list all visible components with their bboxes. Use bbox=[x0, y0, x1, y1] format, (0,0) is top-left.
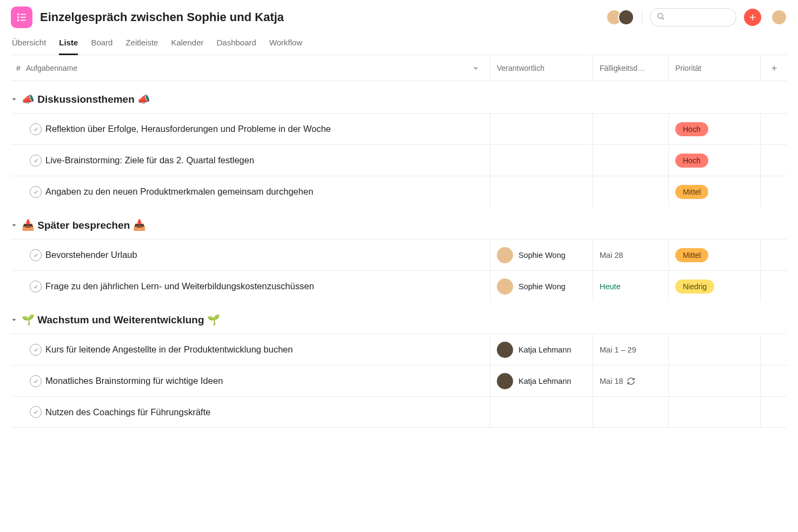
cell-extra bbox=[760, 365, 787, 396]
caret-down-icon[interactable] bbox=[11, 222, 17, 229]
task-name[interactable]: Angaben zu den neuen Produktmerkmalen ge… bbox=[45, 187, 490, 197]
cell-due-date[interactable]: Mai 28 bbox=[593, 240, 668, 270]
svg-rect-9 bbox=[750, 17, 756, 17]
task-name[interactable]: Kurs für leitende Angestellte in der Pro… bbox=[45, 344, 490, 355]
complete-checkbox[interactable] bbox=[30, 186, 42, 198]
task-row[interactable]: Reflektion über Erfolge, Herausforderung… bbox=[11, 113, 787, 144]
complete-checkbox[interactable] bbox=[30, 155, 42, 167]
cell-due-date[interactable] bbox=[593, 145, 668, 176]
caret-down-icon[interactable] bbox=[11, 96, 17, 103]
svg-point-0 bbox=[17, 14, 19, 16]
divider bbox=[642, 11, 642, 24]
complete-checkbox[interactable] bbox=[30, 375, 42, 387]
task-row[interactable]: Angaben zu den neuen Produktmerkmalen ge… bbox=[11, 176, 787, 207]
user-avatar[interactable] bbox=[771, 9, 787, 25]
caret-down-icon[interactable] bbox=[11, 317, 17, 323]
tab-liste[interactable]: Liste bbox=[59, 38, 78, 55]
complete-checkbox[interactable] bbox=[30, 406, 42, 418]
cell-priority[interactable]: Mittel bbox=[668, 176, 760, 207]
assignee-name: Katja Lehmann bbox=[518, 345, 571, 354]
section-title: 📥 Später besprechen 📥 bbox=[22, 219, 146, 231]
avatar bbox=[497, 278, 513, 295]
cell-assignee[interactable]: Katja Lehmann bbox=[490, 334, 593, 365]
tab-workflow[interactable]: Workflow bbox=[269, 38, 302, 55]
task-name[interactable]: Nutzen des Coachings für Führungskräfte bbox=[45, 407, 490, 417]
cell-assignee[interactable] bbox=[490, 114, 593, 144]
task-name[interactable]: Live-Brainstorming: Ziele für das 2. Qua… bbox=[45, 155, 490, 165]
cell-due-date[interactable] bbox=[593, 114, 668, 144]
column-task-name[interactable]: Aufgabenname bbox=[26, 64, 490, 72]
priority-pill[interactable]: Mittel bbox=[675, 248, 708, 262]
column-priority[interactable]: Priorität bbox=[668, 55, 760, 81]
cell-assignee[interactable] bbox=[490, 397, 593, 427]
task-row[interactable]: Nutzen des Coachings für Führungskräfte bbox=[11, 396, 787, 428]
cell-extra bbox=[760, 271, 787, 302]
cell-due-date[interactable]: Mai 18 bbox=[593, 365, 668, 396]
cell-extra bbox=[760, 240, 787, 270]
cell-priority[interactable]: Hoch bbox=[668, 145, 760, 176]
svg-rect-11 bbox=[772, 68, 776, 68]
svg-point-2 bbox=[17, 16, 19, 18]
column-assignee[interactable]: Verantwortlich bbox=[490, 55, 593, 81]
task-row[interactable]: Monatliches Brainstorming für wichtige I… bbox=[11, 365, 787, 396]
cell-assignee[interactable]: Sophie Wong bbox=[490, 271, 593, 302]
complete-checkbox[interactable] bbox=[30, 344, 42, 356]
priority-pill[interactable]: Niedrig bbox=[675, 280, 714, 294]
avatar bbox=[497, 373, 513, 389]
chevron-down-icon[interactable] bbox=[473, 65, 479, 71]
cell-priority[interactable] bbox=[668, 397, 760, 427]
complete-checkbox[interactable] bbox=[30, 123, 42, 135]
tab-dashboard[interactable]: Dashboard bbox=[216, 38, 256, 55]
due-date: Mai 28 bbox=[600, 251, 623, 260]
task-name[interactable]: Monatliches Brainstorming für wichtige I… bbox=[45, 376, 490, 386]
due-date: Heute bbox=[600, 282, 621, 291]
task-row[interactable]: Bevorstehender Urlaub Sophie Wong Mai 28… bbox=[11, 239, 787, 270]
svg-rect-5 bbox=[21, 20, 25, 21]
tab-übersicht[interactable]: Übersicht bbox=[12, 38, 46, 55]
add-button[interactable] bbox=[744, 9, 761, 26]
cell-assignee[interactable] bbox=[490, 145, 593, 176]
cell-priority[interactable]: Niedrig bbox=[668, 271, 760, 302]
svg-marker-13 bbox=[12, 224, 16, 227]
task-name[interactable]: Frage zu den jährlichen Lern- und Weiter… bbox=[45, 281, 490, 291]
cell-due-date[interactable]: Mai 1 – 29 bbox=[593, 334, 668, 365]
assignee-name: Katja Lehmann bbox=[518, 377, 571, 385]
avatar[interactable] bbox=[618, 9, 634, 25]
cell-due-date[interactable]: Heute bbox=[593, 271, 668, 302]
svg-rect-3 bbox=[21, 17, 25, 18]
svg-marker-14 bbox=[12, 319, 16, 321]
priority-pill[interactable]: Mittel bbox=[675, 185, 708, 199]
complete-checkbox[interactable] bbox=[30, 249, 42, 261]
tab-kalender[interactable]: Kalender bbox=[171, 38, 203, 55]
tab-board[interactable]: Board bbox=[91, 38, 112, 55]
svg-marker-12 bbox=[12, 98, 16, 101]
complete-checkbox[interactable] bbox=[30, 281, 42, 292]
cell-assignee[interactable] bbox=[490, 176, 593, 207]
svg-point-4 bbox=[17, 19, 19, 22]
task-row[interactable]: Frage zu den jährlichen Lern- und Weiter… bbox=[11, 270, 787, 302]
cell-priority[interactable] bbox=[668, 334, 760, 365]
cell-priority[interactable]: Hoch bbox=[668, 114, 760, 144]
svg-line-7 bbox=[662, 18, 664, 19]
cell-assignee[interactable]: Katja Lehmann bbox=[490, 365, 593, 396]
cell-due-date[interactable] bbox=[593, 176, 668, 207]
project-list-icon[interactable] bbox=[11, 6, 32, 28]
column-due-date[interactable]: Fälligkeitsd… bbox=[593, 55, 668, 81]
column-row-number: # bbox=[11, 64, 26, 72]
svg-rect-1 bbox=[21, 14, 25, 15]
task-name[interactable]: Bevorstehender Urlaub bbox=[45, 250, 490, 260]
task-name[interactable]: Reflektion über Erfolge, Herausforderung… bbox=[45, 124, 490, 134]
cell-priority[interactable] bbox=[668, 365, 760, 396]
task-row[interactable]: Kurs für leitende Angestellte in der Pro… bbox=[11, 334, 787, 365]
task-row[interactable]: Live-Brainstorming: Ziele für das 2. Qua… bbox=[11, 144, 787, 176]
cell-priority[interactable]: Mittel bbox=[668, 240, 760, 270]
priority-pill[interactable]: Hoch bbox=[675, 154, 708, 168]
add-column-button[interactable] bbox=[760, 55, 787, 81]
section-title: 📣 Diskussionsthemen 📣 bbox=[22, 93, 150, 105]
cell-due-date[interactable] bbox=[593, 397, 668, 427]
cell-assignee[interactable]: Sophie Wong bbox=[490, 240, 593, 270]
due-date: Mai 18 bbox=[600, 377, 623, 385]
priority-pill[interactable]: Hoch bbox=[675, 122, 708, 136]
tab-zeitleiste[interactable]: Zeitleiste bbox=[125, 38, 158, 55]
member-avatars[interactable] bbox=[606, 9, 634, 25]
